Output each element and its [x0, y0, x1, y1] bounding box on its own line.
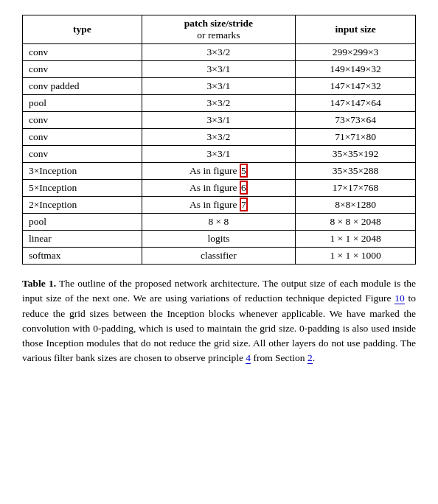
- cell-input: 1 × 1 × 1000: [296, 248, 416, 265]
- table-row: conv3×3/135×35×192: [23, 146, 416, 163]
- cell-patch: 3×3/2: [142, 129, 295, 146]
- cell-patch: As in figure 7: [142, 197, 295, 214]
- cell-input: 1 × 1 × 2048: [296, 231, 416, 248]
- cell-input: 8 × 8 × 2048: [296, 214, 416, 231]
- ref-2[interactable]: 2: [307, 352, 313, 364]
- table-row: pool8 × 88 × 8 × 2048: [23, 214, 416, 231]
- table-row: 5×InceptionAs in figure 617×17×768: [23, 180, 416, 197]
- cell-type: softmax: [23, 248, 142, 265]
- table-row: 2×InceptionAs in figure 78×8×1280: [23, 197, 416, 214]
- col-header-patch: patch size/stride or remarks: [142, 15, 295, 44]
- col-header-input: input size: [296, 15, 416, 44]
- cell-input: 71×71×80: [296, 129, 416, 146]
- cell-input: 17×17×768: [296, 180, 416, 197]
- cell-type: conv: [23, 112, 142, 129]
- table-row: linearlogits1 × 1 × 2048: [23, 231, 416, 248]
- table-row: conv3×3/271×71×80: [23, 129, 416, 146]
- cell-patch: 3×3/1: [142, 78, 295, 95]
- cell-type: conv: [23, 129, 142, 146]
- cell-input: 147×147×64: [296, 95, 416, 112]
- cell-input: 35×35×288: [296, 163, 416, 180]
- table-caption: Table 1. The outline of the proposed net…: [22, 276, 416, 366]
- table-row: 3×InceptionAs in figure 535×35×288: [23, 163, 416, 180]
- cell-input: 147×147×32: [296, 78, 416, 95]
- caption-text-1: The outline of the proposed network arch…: [22, 278, 416, 304]
- cell-type: 2×Inception: [23, 197, 142, 214]
- table-row: conv3×3/173×73×64: [23, 112, 416, 129]
- table-row: conv padded3×3/1147×147×32: [23, 78, 416, 95]
- caption-text-3: from Section: [251, 352, 307, 363]
- cell-patch: 3×3/1: [142, 112, 295, 129]
- cell-type: pool: [23, 95, 142, 112]
- cell-type: conv: [23, 61, 142, 78]
- cell-patch: classifier: [142, 248, 295, 265]
- cell-patch: 3×3/2: [142, 44, 295, 61]
- cell-patch: 3×3/1: [142, 146, 295, 163]
- cell-type: linear: [23, 231, 142, 248]
- cell-patch: 8 × 8: [142, 214, 295, 231]
- cell-input: 73×73×64: [296, 112, 416, 129]
- table-row: conv3×3/1149×149×32: [23, 61, 416, 78]
- ref-10[interactable]: 10: [394, 293, 405, 304]
- cell-type: conv: [23, 44, 142, 61]
- cell-input: 149×149×32: [296, 61, 416, 78]
- cell-patch: As in figure 5: [142, 163, 295, 180]
- table-row: softmaxclassifier1 × 1 × 1000: [23, 248, 416, 265]
- cell-input: 299×299×3: [296, 44, 416, 61]
- cell-patch: logits: [142, 231, 295, 248]
- cell-patch: 3×3/2: [142, 95, 295, 112]
- table-row: pool3×3/2147×147×64: [23, 95, 416, 112]
- cell-patch: As in figure 6: [142, 180, 295, 197]
- caption-title: Table 1.: [22, 278, 56, 289]
- cell-type: 3×Inception: [23, 163, 142, 180]
- cell-input: 35×35×192: [296, 146, 416, 163]
- cell-type: conv: [23, 146, 142, 163]
- architecture-table: type patch size/stride or remarks input …: [22, 15, 416, 265]
- caption-text-4: .: [313, 352, 315, 363]
- col-header-type: type: [23, 15, 142, 44]
- cell-patch: 3×3/1: [142, 61, 295, 78]
- cell-type: conv padded: [23, 78, 142, 95]
- cell-type: 5×Inception: [23, 180, 142, 197]
- cell-input: 8×8×1280: [296, 197, 416, 214]
- cell-type: pool: [23, 214, 142, 231]
- table-row: conv3×3/2299×299×3: [23, 44, 416, 61]
